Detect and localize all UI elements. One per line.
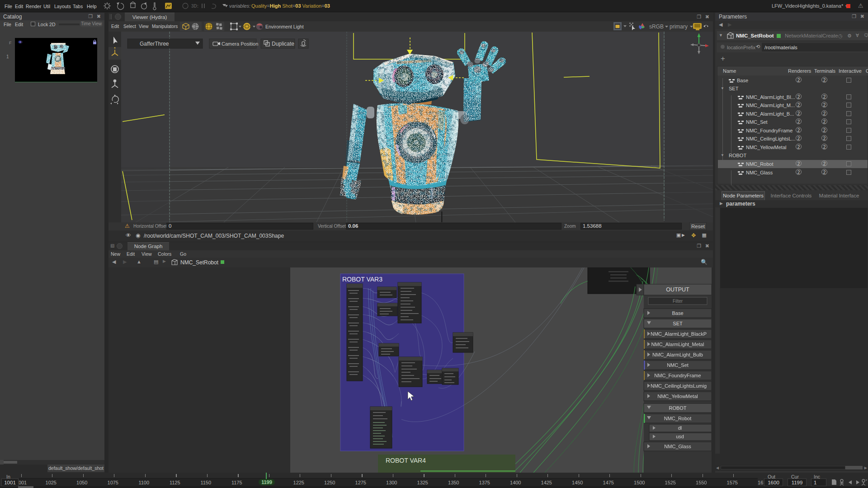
- svg-text:NMC_FoundryFrame: NMC_FoundryFrame: [654, 373, 701, 378]
- svg-text:dl: dl: [678, 425, 682, 431]
- svg-text:NMC_AlarmLight_BlackP: NMC_AlarmLight_BlackP: [651, 331, 707, 337]
- svg-text:NMC_Robot: NMC_Robot: [664, 416, 692, 421]
- svg-text:Duplicate: Duplicate: [272, 41, 294, 47]
- svg-text:NMC_Glass: NMC_Glass: [664, 444, 691, 449]
- svg-text:ROBOT VAR3: ROBOT VAR3: [342, 276, 382, 283]
- svg-text:Base: Base: [672, 310, 683, 316]
- svg-text:primary: primary: [670, 23, 688, 30]
- svg-text:Camera Position: Camera Position: [222, 41, 258, 47]
- svg-text:SET: SET: [673, 321, 683, 326]
- svg-text:3D:: 3D:: [191, 4, 198, 9]
- svg-text:NMC_YellowMetal: NMC_YellowMetal: [657, 394, 698, 399]
- svg-text:ROBOT: ROBOT: [669, 405, 686, 411]
- svg-text:NMC_CeilingLightsLumig: NMC_CeilingLightsLumig: [651, 383, 707, 389]
- svg-text:GafferThree: GafferThree: [140, 41, 169, 47]
- svg-text:NMC_AlarmLight_Metal: NMC_AlarmLight_Metal: [651, 342, 704, 347]
- svg-text:Filter: Filter: [673, 299, 683, 304]
- svg-text:usd: usd: [676, 434, 684, 439]
- svg-text:sRGB: sRGB: [649, 23, 664, 30]
- svg-text:NMC_AlarmLight_Bulb: NMC_AlarmLight_Bulb: [652, 352, 703, 357]
- svg-text:NMC_Set: NMC_Set: [667, 362, 689, 368]
- svg-text:ROBOT VAR4: ROBOT VAR4: [386, 457, 426, 464]
- svg-text:OUTPUT: OUTPUT: [666, 286, 689, 293]
